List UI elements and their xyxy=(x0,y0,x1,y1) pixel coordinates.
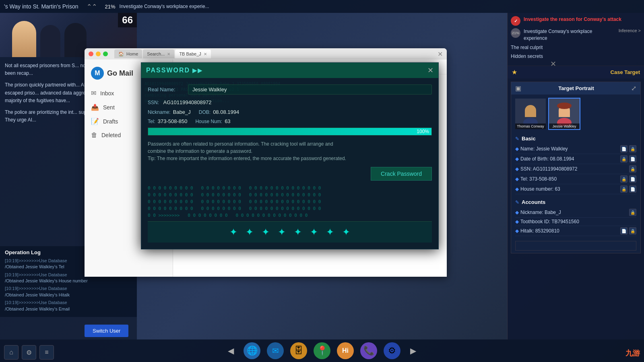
mail-brand-icon: M xyxy=(91,67,104,80)
taskbar-mail-icon[interactable]: ✉ xyxy=(267,342,284,359)
task-badge-2: 21% xyxy=(511,28,520,38)
inference-link[interactable]: Inference > xyxy=(619,28,641,33)
ssn-row: SSN: AG10119940808972 xyxy=(148,99,432,106)
portrait-expand-btn[interactable]: ⤢ xyxy=(631,84,636,92)
bottom-controls: ⌂ ⚙ ≡ xyxy=(4,345,54,360)
op-log-item-3: [10:19]>>>>>>>>Use Database /Obtained Je… xyxy=(5,286,132,298)
info-ssn-lock-btn[interactable]: 🔒 xyxy=(629,165,636,173)
app-symbol: ⚙ xyxy=(388,346,396,356)
info-name-actions: 📄 🔒 xyxy=(620,145,636,152)
info-tel-copy-btn[interactable]: 📄 xyxy=(629,175,636,183)
details-row-1: Nickname: Babe_J DOB: 08.08.1994 xyxy=(148,109,432,115)
dob-value: 08.08.1994 xyxy=(213,109,239,115)
mail-nav-drafts-left: 📝 Drafts xyxy=(91,117,118,125)
chrome-tab-home[interactable]: 🏠 Home xyxy=(114,49,142,58)
real-name-label: Real Name: xyxy=(148,86,188,93)
nickname-value: Babe_J xyxy=(173,109,191,115)
chrome-tab-tb[interactable]: TB Babe_J ✕ xyxy=(175,49,211,58)
info-name-copy-btn[interactable]: 📄 xyxy=(620,145,627,152)
settings-button[interactable]: ⚙ xyxy=(22,345,36,360)
taskbar-app-icon[interactable]: ⚙ xyxy=(384,342,400,359)
basic-section: ✎ Basic ◆ Name: Jessie Walkley 📄 🔒 ◆ Dat… xyxy=(511,133,640,197)
inbox-label: Inbox xyxy=(100,90,114,97)
home-button[interactable]: ⌂ xyxy=(4,345,19,360)
chrome-maximize-dot[interactable] xyxy=(103,51,108,56)
binary-row-1: 0 0 0 0 0 0 0 0 0 0 0 0 0 0 0 0 0 0 0 0 … xyxy=(148,185,432,191)
switch-user-button[interactable]: Switch User xyxy=(85,325,128,337)
chrome-window-close[interactable]: ✕ xyxy=(438,50,443,58)
password-title-text: PASSWORD xyxy=(146,67,190,74)
chrome-close-dot[interactable] xyxy=(89,51,93,56)
nickname-label: Nickname: xyxy=(148,109,171,115)
top-bar: 's Way into St. Martin's Prison ⌃⌃ 21% I… xyxy=(0,0,644,13)
info-hitalk-lock-btn[interactable]: 🔒 xyxy=(629,227,636,234)
password-modal: PASSWORD ▶▶ ✕ AG10119940808972 JessieWal… xyxy=(141,62,439,249)
case-target-header: ★ Case Target xyxy=(508,66,644,78)
taskbar-next-btn[interactable]: ▶ xyxy=(407,344,419,357)
drafts-label: Drafts xyxy=(103,118,118,125)
password-title: PASSWORD ▶▶ xyxy=(146,67,203,74)
info-name-label: ◆ Name: Jessie Walkley xyxy=(515,146,568,152)
taskbar-hi-icon[interactable]: Hi xyxy=(337,342,354,359)
task-text-4: Hidden secrets xyxy=(511,53,543,60)
password-arrows: ▶▶ xyxy=(192,67,203,74)
info-dob-lock-btn[interactable]: 🔒 xyxy=(620,155,627,162)
svg-rect-2 xyxy=(525,111,536,117)
chrome-tab-search[interactable]: Search... ✕ xyxy=(143,49,174,58)
crack-password-button[interactable]: Crack Password xyxy=(371,167,432,181)
db-symbol: 🗄 xyxy=(294,346,303,356)
info-house-row: ◆ House number: 63 🔒 📄 xyxy=(515,184,636,194)
bottom-input[interactable] xyxy=(515,241,636,251)
tab-search-label: Search... xyxy=(147,51,165,56)
progress-text: 100% xyxy=(417,129,429,134)
password-close-btn[interactable]: ✕ xyxy=(427,66,433,75)
tab-home-icon: 🏠 xyxy=(118,51,124,57)
accounts-section-icon: ✎ xyxy=(515,200,519,205)
info-tel-actions: 🔒 📄 xyxy=(620,175,636,183)
tab-tb-close[interactable]: ✕ xyxy=(204,52,207,56)
info-house-copy-btn[interactable]: 📄 xyxy=(629,185,636,193)
tab-search-close[interactable]: ✕ xyxy=(167,52,170,56)
svg-rect-5 xyxy=(559,111,570,117)
op-log-item-4: [10:19]>>>>>>>>Use Database /Obtained Je… xyxy=(5,300,132,312)
taskbar-location-icon[interactable]: 📍 xyxy=(314,342,330,359)
info-dob-copy-btn[interactable]: 📄 xyxy=(629,155,636,162)
chrome-minimize-dot[interactable] xyxy=(96,51,101,56)
info-nickname-lock-btn[interactable]: 🔒 xyxy=(629,209,636,216)
portrait-thomas-conway[interactable]: Thomas Conway xyxy=(514,98,547,130)
taskbar-phone-icon[interactable]: 📞 xyxy=(360,342,377,359)
info-tel-row: ◆ Tel: 373-508-850 🔒 📄 xyxy=(515,174,636,184)
case-target-label: Case Target xyxy=(611,69,640,75)
mail-close-button[interactable]: ✕ xyxy=(550,60,556,68)
info-hitalk-actions: 📄 🔒 xyxy=(620,227,636,234)
real-name-value: Jessie Walkley xyxy=(188,84,432,95)
portrait-title: Target Portrait xyxy=(558,85,594,91)
info-house-lock-btn[interactable]: 🔒 xyxy=(620,185,627,193)
task-text-1: Investigate the reason for Conway's atta… xyxy=(524,16,621,23)
house-item: House Num: 63 xyxy=(195,118,230,124)
case-target-star: ★ xyxy=(512,68,517,76)
info-hitalk-copy-btn[interactable]: 📄 xyxy=(620,227,627,234)
progress-fill xyxy=(148,128,431,135)
mail-nav-sent-left: 📤 Sent xyxy=(91,103,115,111)
taskbar-globe-icon[interactable]: 🌐 xyxy=(244,342,260,359)
password-form: Real Name: Jessie Walkley SSN: AG1011994… xyxy=(148,84,432,181)
portrait-header: ▣ Target Portrait ⤢ xyxy=(511,82,640,95)
info-name-lock-btn[interactable]: 🔒 xyxy=(629,145,636,152)
task-item-4: Hidden secrets xyxy=(511,53,641,60)
house-label: House Num: xyxy=(195,119,222,124)
deleted-label: Deleted xyxy=(101,132,121,138)
taskbar-db-icon[interactable]: 🗄 xyxy=(290,342,307,359)
dob-item: DOB: 08.08.1994 xyxy=(199,109,239,115)
info-tel-lock-btn[interactable]: 🔒 xyxy=(620,175,627,183)
info-nickname-label: ◆ Nickname: Babe_J xyxy=(515,210,561,215)
binary-row-5: 0 0 >>>>>>>> 0 0 0 0 0 0 0 0 0 0 0 0 0 0… xyxy=(148,213,432,218)
taskbar-prev-btn[interactable]: ◀ xyxy=(225,344,237,357)
story-number-overlay: 66 xyxy=(118,13,137,27)
portrait-jessie-walkley[interactable]: Jessie Walkley xyxy=(548,98,580,130)
house-value: 63 xyxy=(225,118,230,124)
brand-logo: 九游 xyxy=(625,348,640,358)
jessie-label: Jessie Walkley xyxy=(549,123,580,129)
basic-section-header: ✎ Basic xyxy=(515,136,636,142)
menu-button[interactable]: ≡ xyxy=(39,345,54,360)
